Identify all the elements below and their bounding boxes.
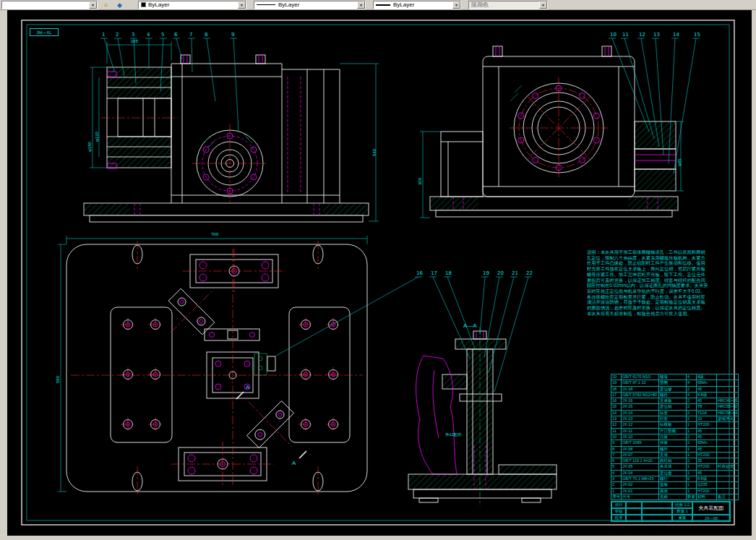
bom-cell: 1 — [611, 488, 622, 494]
bom-cell: 1 — [687, 446, 697, 452]
note-line: 孔定位，限制六个自由度，夹紧采用螺旋压板机构，夹紧力 — [587, 255, 731, 261]
bom-cell: 1 — [687, 422, 697, 428]
balloon-3: 3 — [132, 32, 134, 38]
bom-cell: T8 — [697, 404, 717, 410]
bom-cell: JX-11 — [622, 428, 659, 434]
bom-cell: Q235 — [697, 482, 717, 488]
bom-cell: 45 — [697, 446, 717, 452]
bom-cell: GB/T 5782 M12×80 — [622, 392, 659, 398]
bom-cell: JX-05 — [622, 464, 659, 470]
bom-cell — [717, 470, 739, 476]
annotations-overlay: JM—XL 说明：本夹具用于加工箱体两端轴承孔，工件以底面和两销孔定位，限制六个… — [7, 10, 752, 536]
bom-cell: GB/T 2089 — [622, 440, 659, 446]
balloon-8: 8 — [205, 32, 207, 38]
date-cell — [642, 508, 672, 515]
balloon-21: 21 — [512, 270, 518, 276]
bom-header-cell: 名称 — [659, 494, 687, 500]
balloon-14: 14 — [673, 32, 679, 38]
bom-cell: HT200 — [697, 422, 717, 428]
color-swatch — [141, 2, 146, 7]
bom-cell: 1 — [687, 464, 697, 470]
bom-cell — [717, 380, 739, 386]
layer-properties-icon[interactable]: ≡ — [100, 1, 111, 9]
bom-cell: 2 — [687, 416, 697, 422]
bom-cell: T10A — [697, 410, 717, 416]
bom-cell: 15 — [611, 404, 622, 410]
layer-control[interactable]: ▼ — [1, 1, 98, 9]
bom-cell: 16 — [611, 398, 622, 404]
bom-cell — [717, 428, 739, 434]
bom-cell: 8级 — [697, 374, 717, 380]
dropdown-arrow-icon[interactable]: ▼ — [452, 1, 460, 9]
bom-cell: 支承板 — [659, 398, 687, 404]
bom-cell: 压板 — [659, 434, 687, 440]
bom-cell: 35 — [697, 458, 717, 464]
bom-cell: 45 — [697, 470, 717, 476]
bom-header-cell: 序号 — [611, 494, 622, 500]
bom-cell — [717, 422, 739, 428]
bom-cell — [717, 482, 739, 488]
sheet-corner-label: JM—XL — [30, 28, 59, 36]
dropdown-arrow-icon[interactable]: ▼ — [89, 1, 97, 9]
dimension-side_right: φ95 — [677, 158, 682, 166]
note-line: 作用于工件凸缘处，防止切削时工件产生振动和位移。使用 — [587, 260, 731, 266]
date-cell — [642, 502, 672, 508]
bom-cell: 2 — [687, 386, 697, 392]
bom-cell: 6 — [687, 476, 697, 482]
bom-cell: 1 — [687, 428, 697, 434]
bom-cell: 螺栓 — [659, 392, 687, 398]
bom-cell: 1 — [687, 452, 697, 458]
bom-header-cell: 代号 — [622, 494, 659, 500]
bom-cell: HT200 — [697, 464, 717, 470]
balloon-6: 6 — [174, 32, 177, 38]
balloon-18: 18 — [445, 270, 452, 276]
linetype-control[interactable]: ByLayer ▼ — [254, 1, 366, 9]
bom-cell: 2 — [687, 410, 697, 416]
balloon-4: 4 — [147, 32, 150, 38]
fit-note: 件12配作 — [445, 432, 462, 437]
note-line: 各连接螺栓应定期检查并拧紧，防止松动。夹具不使用时应 — [587, 294, 731, 300]
bom-cell: 13 — [611, 416, 622, 422]
bom-cell: 弹簧 — [659, 440, 687, 446]
lineweight-control[interactable]: ByLayer ▼ — [373, 1, 461, 9]
bom-cell: 2 — [687, 398, 697, 404]
bom-cell: 20 — [697, 416, 717, 422]
balloon-15: 15 — [694, 32, 700, 38]
drawing-number: JX—00 — [692, 515, 730, 521]
dropdown-arrow-icon[interactable]: ▼ — [357, 1, 365, 9]
bom-cell: 2 — [687, 458, 697, 464]
dropdown-arrow-icon[interactable]: ▼ — [238, 1, 246, 9]
signature-cell — [626, 502, 642, 508]
bom-cell: JX-18 — [622, 386, 659, 392]
dropdown-arrow-icon: ▼ — [539, 1, 547, 9]
bom-cell: 14 — [611, 410, 622, 416]
bom-cell: 定位盘 — [659, 470, 687, 476]
drawing-canvas[interactable]: JM—XL 说明：本夹具用于加工箱体两端轴承孔，工件以底面和两销孔定位，限制六个… — [7, 10, 752, 536]
plot-style-control: 随颜色 ▼ — [468, 1, 548, 9]
balloon-13: 13 — [653, 32, 660, 38]
bom-cell: 1 — [687, 482, 697, 488]
bom-cell: JX-16 — [622, 398, 659, 404]
weight-cell: 重量 — [672, 515, 692, 521]
bom-cell — [717, 374, 739, 380]
bom-cell: JX-08 — [622, 446, 659, 452]
drawing-title: 夹具装配图 — [692, 502, 730, 515]
bom-cell: 2 — [687, 404, 697, 410]
bom-cell: 定位销 — [659, 404, 687, 410]
bom-cell: JX-04 — [622, 470, 659, 476]
note-line: 隙应控制在0.02mm以内，以保证两孔的同轴度要求。夹具安 — [587, 283, 731, 288]
bom-cell: JX-10 — [622, 434, 659, 440]
balloon-1: 1 — [102, 32, 105, 38]
balloon-22: 22 — [526, 270, 533, 276]
bom-cell: 3 — [611, 476, 622, 482]
title-block: 设计 比例 1:2 夹具装配图 审核 数量 1 批准 重量 JX—00 — [611, 501, 731, 522]
bom-cell — [717, 434, 739, 440]
color-control[interactable]: ByLayer ▼ — [138, 1, 246, 9]
bom-cell: 8 — [611, 446, 622, 452]
notes-block: 说明：本夹具用于加工箱体两端轴承孔，工件以底面和两销孔定位，限制六个自由度，夹紧… — [587, 249, 731, 316]
bom-cell: 1 — [687, 488, 697, 494]
make-layer-current-icon[interactable]: ◆ — [114, 1, 125, 9]
linetype-value: ByLayer — [278, 1, 299, 8]
balloon-10: 10 — [610, 32, 617, 38]
bom-cell: 12 — [611, 422, 622, 428]
